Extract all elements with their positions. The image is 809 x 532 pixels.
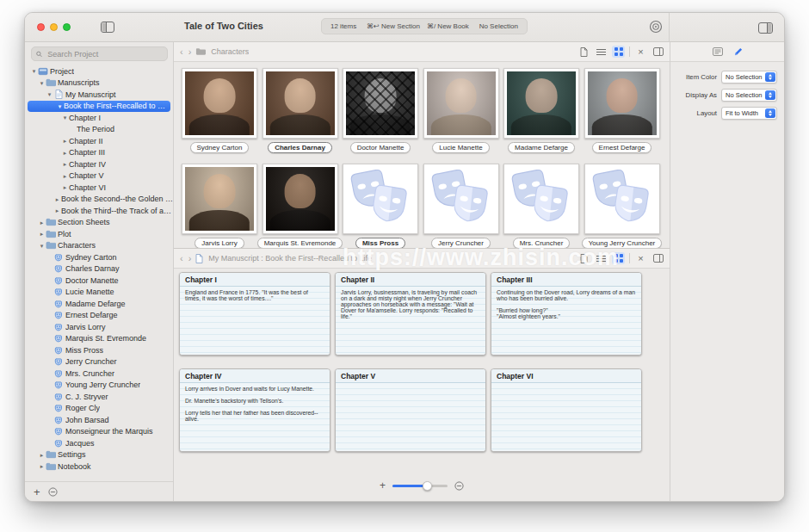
list-view-icon[interactable]	[595, 46, 608, 58]
sidebar-item-book-the-first-recalled-to-life[interactable]: ▾Book the First--Recalled to Life	[28, 101, 170, 113]
sidebar-item-ernest-defarge[interactable]: Ernest Defarge	[25, 310, 173, 322]
zoom-slider-knob[interactable]	[423, 481, 432, 491]
split-pane-icon[interactable]	[652, 46, 664, 58]
chevron-right-icon[interactable]: ▸	[61, 135, 69, 146]
character-card-jerry-cruncher[interactable]: Jerry Cruncher	[423, 164, 499, 249]
character-card-jarvis-lorry[interactable]: Jarvis Lorry	[182, 164, 257, 249]
character-card-madame-defarge[interactable]: Madame Defarge	[503, 68, 579, 153]
sidebar-item-monseigneur-the-marquis[interactable]: Monseigneur the Marquis	[25, 426, 173, 438]
chevron-down-icon[interactable]: ▾	[56, 101, 64, 112]
character-name-label[interactable]: Sydney Carton	[190, 142, 250, 153]
list-view-icon[interactable]	[595, 252, 608, 264]
new-book-button[interactable]: ⌘/ New Book	[427, 22, 469, 30]
sidebar-item-charles-darnay[interactable]: Charles Darnay	[25, 263, 173, 275]
sidebar-item-settings[interactable]: ▸Settings	[25, 449, 173, 461]
zoom-in-button[interactable]: +	[380, 480, 386, 491]
notes-icon[interactable]	[713, 47, 723, 56]
sidebar-item-manuscripts[interactable]: ▾Manuscripts	[25, 77, 173, 90]
zoom-out-icon[interactable]	[454, 481, 464, 491]
sidebar-item-the-period[interactable]: The Period	[25, 124, 173, 136]
chevron-right-icon[interactable]: ▸	[38, 449, 46, 461]
back-icon[interactable]: ‹	[179, 254, 184, 263]
split-pane-icon[interactable]	[652, 252, 664, 264]
forward-icon[interactable]: ›	[188, 47, 193, 57]
chevron-down-icon[interactable]: ▾	[46, 89, 53, 100]
character-card-sydney-carton[interactable]: Sydney Carton	[182, 68, 257, 153]
sidebar-item-book-the-second-the-golden-thread[interactable]: ▸Book the Second--the Golden Thread	[25, 194, 173, 206]
index-card-chapter-ii[interactable]: Chapter IIJarvis Lorry, businessman, is …	[335, 272, 486, 356]
chevron-right-icon[interactable]: ▸	[53, 205, 61, 216]
search-input[interactable]	[46, 49, 163, 59]
sidebar-item-plot[interactable]: ▸Plot	[25, 228, 173, 240]
chevron-down-icon[interactable]: ▾	[30, 65, 38, 77]
sidebar-item-notebook[interactable]: ▸Notebook	[25, 461, 173, 473]
chevron-right-icon[interactable]: ▸	[38, 461, 46, 472]
popup-layout[interactable]: Fit to Width	[721, 107, 777, 120]
close-window-button[interactable]	[37, 23, 45, 31]
sidebar-item-c-j-stryver[interactable]: C. J. Stryver	[25, 391, 173, 403]
sidebar-toggle-icon[interactable]	[101, 21, 114, 36]
sidebar-item-chapter-ii[interactable]: ▸Chapter II	[25, 135, 173, 147]
character-card-ernest-defarge[interactable]: Ernest Defarge	[584, 68, 660, 153]
new-document-icon[interactable]	[577, 252, 590, 264]
new-document-icon[interactable]	[577, 46, 590, 58]
character-name-label[interactable]: Madame Defarge	[508, 142, 575, 153]
sidebar-item-section-sheets[interactable]: ▸Section Sheets	[25, 217, 173, 229]
grid-view-icon[interactable]	[612, 46, 625, 58]
character-card-mrs-cruncher[interactable]: Mrs. Cruncher	[503, 164, 579, 249]
chevron-right-icon[interactable]: ▸	[53, 194, 61, 205]
sidebar-item-project[interactable]: ▾Project	[25, 65, 173, 77]
close-pane-icon[interactable]: ×	[634, 46, 647, 58]
chevron-right-icon[interactable]: ▸	[38, 228, 46, 239]
sidebar-item-book-the-third-the-track-of-a-storm[interactable]: ▸Book the Third--the Track of a Storm	[25, 205, 173, 217]
index-card-chapter-iv[interactable]: Chapter IVLorry arrives in Dover and wai…	[179, 368, 330, 452]
edit-pencil-icon[interactable]	[733, 47, 743, 57]
inspector-toggle-icon[interactable]	[758, 22, 773, 37]
chevron-right-icon[interactable]: ▸	[61, 158, 69, 170]
add-item-button[interactable]: +	[34, 486, 40, 498]
more-actions-icon[interactable]	[48, 487, 58, 497]
back-icon[interactable]: ‹	[179, 47, 184, 57]
chevron-down-icon[interactable]: ▾	[38, 77, 46, 89]
character-name-label[interactable]: Lucie Manette	[432, 142, 489, 153]
sidebar-item-roger-cly[interactable]: Roger Cly	[25, 403, 173, 415]
chevron-down-icon[interactable]: ▾	[61, 112, 69, 123]
sidebar-item-chapter-v[interactable]: ▸Chapter V	[25, 170, 173, 182]
chevron-right-icon[interactable]: ▸	[61, 170, 69, 182]
sidebar-item-jarvis-lorry[interactable]: Jarvis Lorry	[25, 321, 173, 333]
sidebar-item-sydney-carton[interactable]: Sydney Carton	[25, 251, 173, 263]
close-pane-icon[interactable]: ×	[634, 252, 647, 264]
sidebar-item-chapter-i[interactable]: ▾Chapter I	[25, 112, 173, 124]
index-card-chapter-v[interactable]: Chapter V	[335, 368, 486, 452]
sidebar-item-madame-defarge[interactable]: Madame Defarge	[25, 298, 173, 310]
sidebar-item-doctor-manette[interactable]: Doctor Manette	[25, 275, 173, 287]
chevron-right-icon[interactable]: ▸	[61, 147, 69, 158]
character-card-miss-pross[interactable]: Miss Pross	[343, 164, 418, 249]
character-name-label[interactable]: Ernest Defarge	[592, 142, 652, 153]
zoom-window-button[interactable]	[63, 23, 71, 31]
chevron-right-icon[interactable]: ▸	[61, 182, 69, 193]
chevron-right-icon[interactable]: ▸	[38, 217, 46, 228]
character-name-label[interactable]: Charles Darnay	[268, 142, 332, 153]
character-card-young-jerry-cruncher[interactable]: Young Jerry Cruncher	[584, 164, 660, 249]
sidebar-item-chapter-iii[interactable]: ▸Chapter III	[25, 147, 173, 159]
sidebar-item-jerry-cruncher[interactable]: Jerry Cruncher	[25, 356, 173, 368]
sidebar-item-my-manuscript[interactable]: ▾My Manuscript	[25, 89, 173, 101]
sidebar-item-jacques[interactable]: Jacques	[25, 437, 173, 449]
character-card-doctor-manette[interactable]: Doctor Manette	[343, 68, 418, 153]
sidebar-item-miss-pross[interactable]: Miss Pross	[25, 344, 173, 356]
index-card-chapter-i[interactable]: Chapter IEngland and France in 1775. "It…	[179, 272, 330, 356]
sidebar-item-chapter-iv[interactable]: ▸Chapter IV	[25, 158, 173, 170]
character-card-marquis-st-evremonde[interactable]: Marquis St. Evremonde	[262, 164, 338, 249]
sidebar-item-mrs-cruncher[interactable]: Mrs. Cruncher	[25, 368, 173, 380]
popup-display-as[interactable]: No Selection	[721, 89, 777, 102]
sidebar-item-chapter-vi[interactable]: ▸Chapter VI	[25, 182, 173, 194]
zoom-slider[interactable]	[392, 481, 448, 491]
sidebar-item-characters[interactable]: ▾Characters	[25, 240, 173, 252]
character-name-label[interactable]: Doctor Manette	[350, 142, 411, 153]
minimize-window-button[interactable]	[50, 23, 58, 31]
index-card-chapter-iii[interactable]: Chapter IIIContinuing on the Dover road,…	[491, 272, 642, 356]
sidebar-item-marquis-st-evremonde[interactable]: Marquis St. Evremonde	[25, 333, 173, 345]
sidebar-item-young-jerry-cruncher[interactable]: Young Jerry Cruncher	[25, 380, 173, 392]
index-card-chapter-vi[interactable]: Chapter VI	[491, 368, 642, 452]
